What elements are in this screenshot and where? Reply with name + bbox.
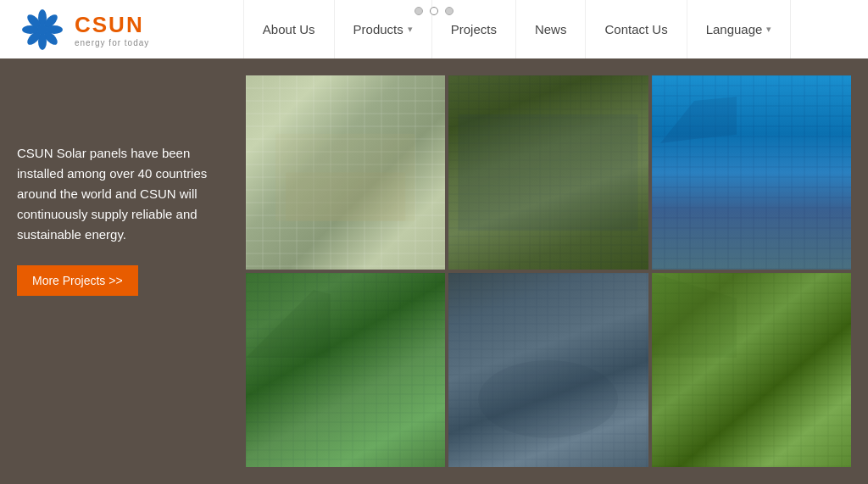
photo-cell-farm-valley[interactable] <box>448 273 648 467</box>
photo-overlay-3 <box>652 75 851 270</box>
language-dropdown-arrow: ▾ <box>766 24 771 35</box>
photo-overlay-4 <box>246 273 445 467</box>
svg-rect-20 <box>246 273 445 467</box>
photo-cell-factory[interactable] <box>246 75 445 270</box>
csun-logo-icon <box>17 6 68 53</box>
photo-cell-panels-angle[interactable] <box>652 273 851 467</box>
photo-cell-farm-aerial[interactable] <box>448 75 648 270</box>
photo-overlay-2 <box>448 75 648 270</box>
header: CSUN energy for today About Us Products … <box>0 0 868 58</box>
logo-tagline: energy for today <box>75 38 149 47</box>
nav-contact-us[interactable]: Contact Us <box>586 0 687 58</box>
nav-language[interactable]: Language ▾ <box>687 0 792 58</box>
left-panel: CSUN Solar panels have been installed am… <box>17 75 229 467</box>
main-nav: About Us Products ▾ Projects News Contac… <box>183 0 851 58</box>
nav-news[interactable]: News <box>516 0 587 58</box>
carousel-dots <box>415 7 453 15</box>
logo-brand: CSUN <box>75 12 149 38</box>
carousel-dot-3[interactable] <box>445 7 453 15</box>
svg-rect-15 <box>459 114 638 231</box>
svg-rect-17 <box>652 75 851 270</box>
more-projects-button[interactable]: More Projects >> <box>17 265 138 296</box>
photo-overlay-1 <box>246 75 445 270</box>
main-content: CSUN Solar panels have been installed am… <box>0 58 868 484</box>
nav-about-us[interactable]: About Us <box>243 0 335 58</box>
carousel-dot-2[interactable] <box>430 7 438 15</box>
photo-cell-panels-field[interactable] <box>246 273 445 467</box>
svg-point-8 <box>37 25 47 35</box>
logo[interactable]: CSUN energy for today <box>17 6 149 53</box>
photo-overlay-6 <box>652 273 851 467</box>
promo-text: CSUN Solar panels have been installed am… <box>17 143 229 245</box>
photo-overlay-5 <box>448 273 648 467</box>
photo-grid <box>246 75 851 467</box>
carousel-dot-1[interactable] <box>415 7 423 15</box>
products-dropdown-arrow: ▾ <box>408 24 413 35</box>
svg-point-24 <box>479 360 619 438</box>
photo-cell-panels-sky[interactable] <box>652 75 851 270</box>
svg-rect-12 <box>286 173 405 221</box>
